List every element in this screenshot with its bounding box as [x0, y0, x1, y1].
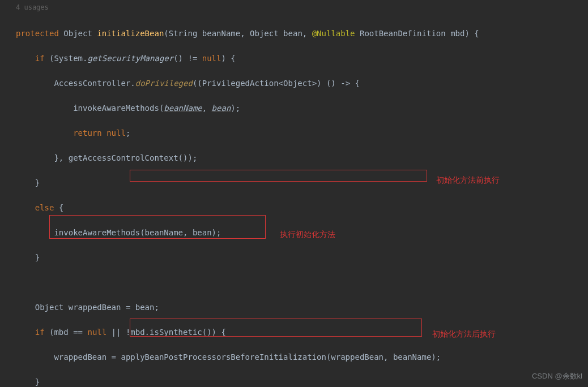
code-editor[interactable]: protected Object initializeBean(String b…: [0, 15, 588, 387]
watermark: CSDN @余数kl: [532, 370, 582, 382]
code-line: if (System.getSecurityManager() != null)…: [16, 52, 572, 64]
code-line: }: [16, 251, 572, 264]
code-line: AccessController.doPrivileged((Privilege…: [16, 77, 572, 89]
usages-label: 4 usages: [0, 0, 588, 15]
code-line: return null;: [16, 127, 572, 139]
code-line: }, getAccessControlContext());: [16, 152, 572, 164]
code-line: Object wrappedBean = bean;: [16, 301, 572, 313]
code-line: invokeAwareMethods(beanName, bean);: [16, 102, 572, 114]
code-line: wrappedBean = applyBeanPostProcessorsBef…: [16, 351, 572, 363]
code-line: else {: [16, 201, 572, 214]
annotation-before-init: 初始化方法前执行: [436, 174, 500, 186]
code-line: [16, 276, 572, 289]
annotation-after-init: 初始化方法后执行: [432, 328, 496, 340]
code-line: }: [16, 376, 572, 387]
code-line: protected Object initializeBean(String b…: [16, 27, 572, 40]
annotation-exec-init: 执行初始化方法: [280, 228, 335, 240]
